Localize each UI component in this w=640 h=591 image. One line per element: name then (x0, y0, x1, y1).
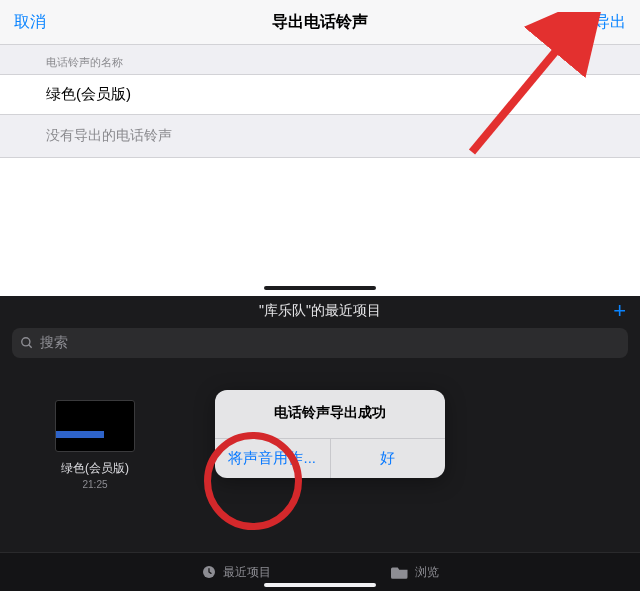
add-button[interactable]: + (613, 300, 626, 322)
use-sound-as-button[interactable]: 将声音用作... (215, 439, 330, 478)
tab-browse-label: 浏览 (415, 564, 439, 581)
export-success-alert: 电话铃声导出成功 将声音用作... 好 (215, 390, 445, 478)
project-name: 绿色(会员版) (40, 460, 150, 477)
project-item[interactable]: 绿色(会员版) 21:25 (40, 400, 150, 490)
empty-list-area (0, 157, 640, 316)
nav-bar: 取消 导出电话铃声 导出 (0, 0, 640, 45)
search-input[interactable]: 搜索 (12, 328, 628, 358)
nav-title: 导出电话铃声 (272, 12, 368, 33)
search-placeholder: 搜索 (40, 334, 68, 352)
tab-browse[interactable]: 浏览 (391, 564, 439, 581)
clock-icon (201, 564, 217, 580)
ringtone-name-row[interactable]: 绿色(会员版) (0, 74, 640, 115)
home-indicator (264, 286, 376, 290)
tab-recent-label: 最近项目 (223, 564, 271, 581)
project-thumbnail (55, 400, 135, 452)
search-icon (20, 336, 34, 350)
alert-ok-button[interactable]: 好 (330, 439, 446, 478)
ringtone-name-caption: 电话铃声的名称 (0, 45, 640, 74)
ringtone-name-value: 绿色(会员版) (46, 85, 624, 104)
project-time: 21:25 (40, 479, 150, 490)
recent-header-title: "库乐队"的最近项目 (259, 302, 381, 320)
no-exported-ringtone-text: 没有导出的电话铃声 (0, 115, 640, 157)
tab-recent[interactable]: 最近项目 (201, 564, 271, 581)
home-indicator (264, 583, 376, 587)
export-ringtone-screen: 取消 导出电话铃声 导出 电话铃声的名称 绿色(会员版) 没有导出的电话铃声 (0, 0, 640, 296)
export-button[interactable]: 导出 (594, 12, 626, 33)
recent-header: "库乐队"的最近项目 (0, 296, 640, 326)
cancel-button[interactable]: 取消 (14, 12, 46, 33)
svg-point-1 (22, 338, 30, 346)
alert-title: 电话铃声导出成功 (215, 390, 445, 438)
svg-line-2 (29, 345, 32, 348)
folder-icon (391, 565, 409, 579)
